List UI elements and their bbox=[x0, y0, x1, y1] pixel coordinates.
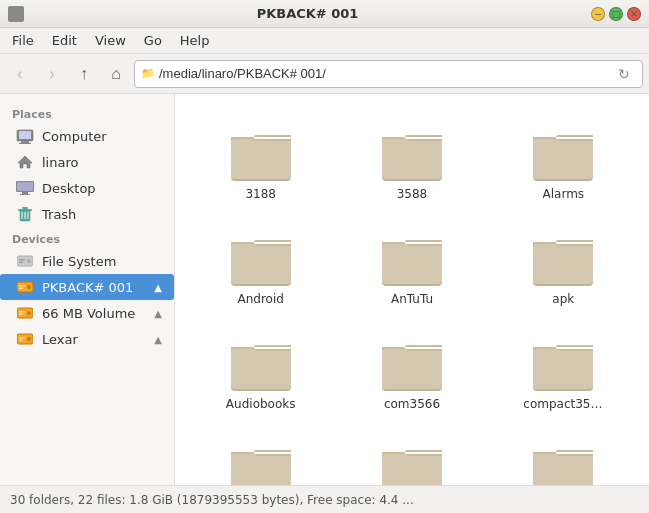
svg-rect-18 bbox=[19, 262, 23, 264]
svg-rect-10 bbox=[18, 209, 32, 211]
folder-name: apk bbox=[552, 292, 574, 306]
address-bar-container: 📁 ↻ bbox=[134, 60, 643, 88]
sidebar-item-pkback[interactable]: PKBACK# 001 ▲ bbox=[0, 274, 174, 300]
home-icon bbox=[16, 153, 34, 171]
titlebar: PKBACK# 001 − □ ✕ bbox=[0, 0, 649, 28]
sidebar-item-computer[interactable]: Computer bbox=[0, 123, 174, 149]
folder-item[interactable]: DCIM bbox=[185, 419, 336, 485]
trash-icon bbox=[16, 205, 34, 223]
svg-rect-40 bbox=[231, 454, 291, 485]
svg-rect-3 bbox=[19, 143, 31, 144]
svg-rect-17 bbox=[19, 259, 25, 261]
refresh-button[interactable]: ↻ bbox=[612, 62, 636, 86]
svg-rect-22 bbox=[19, 288, 23, 290]
devices-label: Devices bbox=[0, 227, 174, 248]
folder-name: com3566 bbox=[384, 397, 440, 411]
svg-rect-39 bbox=[533, 349, 593, 389]
lexar-eject-icon[interactable]: ▲ bbox=[150, 331, 166, 347]
minimize-button[interactable]: − bbox=[591, 7, 605, 21]
file-area: 3188 3588 Alarms Android AnTuTu apk bbox=[175, 94, 649, 485]
home-button[interactable]: ⌂ bbox=[102, 60, 130, 88]
close-button[interactable]: ✕ bbox=[627, 7, 641, 21]
svg-rect-32 bbox=[382, 139, 442, 179]
sidebar: Places Computer linaro bbox=[0, 94, 175, 485]
menubar-item-edit[interactable]: Edit bbox=[44, 31, 85, 50]
sidebar-item-desktop[interactable]: Desktop bbox=[0, 175, 174, 201]
svg-rect-6 bbox=[17, 182, 33, 191]
folder-item[interactable]: Alarms bbox=[488, 104, 639, 209]
svg-rect-35 bbox=[382, 244, 442, 284]
svg-rect-36 bbox=[533, 244, 593, 284]
desktop-icon bbox=[16, 179, 34, 197]
folder-item[interactable]: compact3566 bbox=[488, 314, 639, 419]
svg-rect-26 bbox=[19, 314, 23, 316]
svg-rect-8 bbox=[20, 194, 30, 195]
folder-name: Alarms bbox=[543, 187, 585, 201]
folder-name: 3188 bbox=[245, 187, 276, 201]
svg-point-20 bbox=[27, 285, 31, 289]
svg-rect-41 bbox=[382, 454, 442, 485]
computer-icon bbox=[16, 127, 34, 145]
lexar-drive-icon bbox=[16, 330, 34, 348]
svg-rect-7 bbox=[22, 192, 28, 194]
svg-rect-34 bbox=[231, 244, 291, 284]
folder-name: Audiobooks bbox=[226, 397, 296, 411]
sidebar-item-desktop-label: Desktop bbox=[42, 181, 166, 196]
pkback-eject-icon[interactable]: ▲ bbox=[150, 279, 166, 295]
folder-item[interactable]: Download bbox=[488, 419, 639, 485]
forward-button[interactable]: › bbox=[38, 60, 66, 88]
status-text: 30 folders, 22 files: 1.8 GiB (187939555… bbox=[10, 493, 414, 507]
sidebar-item-computer-label: Computer bbox=[42, 129, 166, 144]
main-layout: Places Computer linaro bbox=[0, 94, 649, 485]
menubar-item-file[interactable]: File bbox=[4, 31, 42, 50]
66mb-eject-icon[interactable]: ▲ bbox=[150, 305, 166, 321]
sidebar-item-linaro-label: linaro bbox=[42, 155, 166, 170]
svg-rect-21 bbox=[19, 285, 25, 287]
places-label: Places bbox=[0, 102, 174, 123]
svg-rect-38 bbox=[382, 349, 442, 389]
svg-point-24 bbox=[27, 311, 31, 315]
up-button[interactable]: ↑ bbox=[70, 60, 98, 88]
svg-rect-2 bbox=[21, 141, 29, 143]
folder-item[interactable]: 3188 bbox=[185, 104, 336, 209]
folder-item[interactable]: Audiobooks bbox=[185, 314, 336, 419]
sidebar-item-66mb[interactable]: 66 MB Volume ▲ bbox=[0, 300, 174, 326]
folder-item[interactable]: com3566 bbox=[336, 314, 487, 419]
menubar-item-go[interactable]: Go bbox=[136, 31, 170, 50]
back-button[interactable]: ‹ bbox=[6, 60, 34, 88]
folder-item[interactable]: AnTuTu bbox=[336, 209, 487, 314]
maximize-button[interactable]: □ bbox=[609, 7, 623, 21]
svg-rect-11 bbox=[22, 207, 28, 209]
svg-rect-29 bbox=[19, 337, 25, 339]
toolbar: ‹ › ↑ ⌂ 📁 ↻ bbox=[0, 54, 649, 94]
sidebar-item-filesystem[interactable]: File System bbox=[0, 248, 174, 274]
svg-rect-33 bbox=[533, 139, 593, 179]
menubar: FileEditViewGoHelp bbox=[0, 28, 649, 54]
location-icon: 📁 bbox=[141, 67, 155, 80]
svg-rect-31 bbox=[231, 139, 291, 179]
sidebar-item-linaro[interactable]: linaro bbox=[0, 149, 174, 175]
folder-name: Android bbox=[237, 292, 283, 306]
svg-marker-4 bbox=[18, 156, 32, 168]
window-title: PKBACK# 001 bbox=[24, 6, 591, 21]
folder-item[interactable]: Android bbox=[185, 209, 336, 314]
sidebar-item-pkback-label: PKBACK# 001 bbox=[42, 280, 142, 295]
svg-rect-30 bbox=[19, 340, 23, 342]
folder-item[interactable]: apk bbox=[488, 209, 639, 314]
menubar-item-help[interactable]: Help bbox=[172, 31, 218, 50]
statusbar: 30 folders, 22 files: 1.8 GiB (187939555… bbox=[0, 485, 649, 513]
address-bar[interactable] bbox=[159, 66, 608, 81]
filesystem-icon bbox=[16, 252, 34, 270]
sidebar-item-lexar[interactable]: Lexar ▲ bbox=[0, 326, 174, 352]
folder-item[interactable]: 3588 bbox=[336, 104, 487, 209]
sidebar-item-trash[interactable]: Trash bbox=[0, 201, 174, 227]
sidebar-item-lexar-label: Lexar bbox=[42, 332, 142, 347]
pkback-drive-icon bbox=[16, 278, 34, 296]
svg-point-28 bbox=[27, 337, 31, 341]
sidebar-item-filesystem-label: File System bbox=[42, 254, 166, 269]
menubar-item-view[interactable]: View bbox=[87, 31, 134, 50]
folder-name: 3588 bbox=[397, 187, 428, 201]
folder-item[interactable]: Documents bbox=[336, 419, 487, 485]
svg-rect-42 bbox=[533, 454, 593, 485]
svg-rect-1 bbox=[19, 131, 31, 139]
